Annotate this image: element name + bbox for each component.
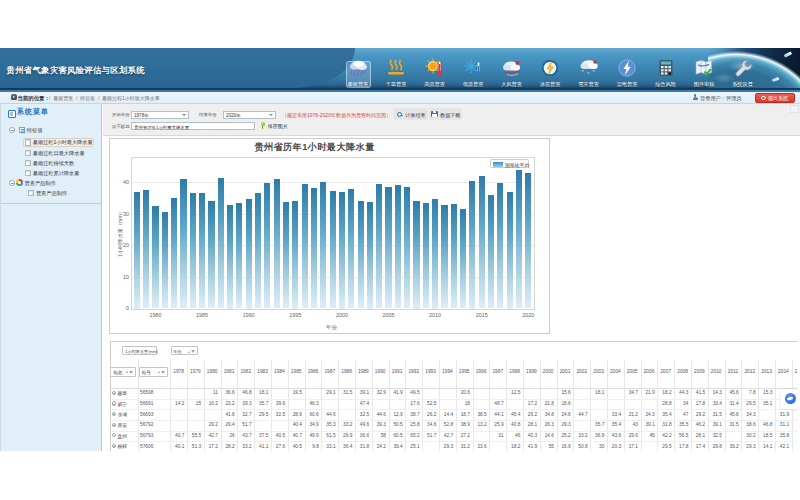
svg-text:*: * xyxy=(587,71,590,77)
svg-text:*: * xyxy=(581,69,584,75)
svg-text:*: * xyxy=(592,69,595,75)
